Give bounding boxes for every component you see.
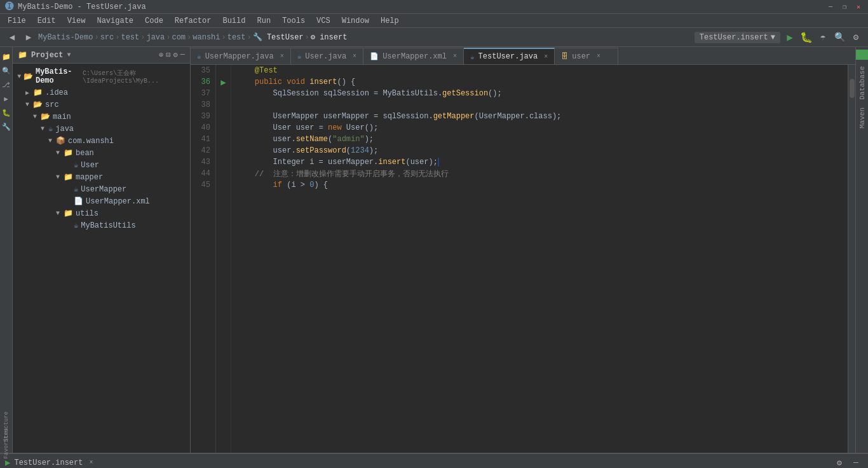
- line-numbers: 35 36 37 38 39 40 41 42 43 44 45: [191, 65, 216, 453]
- tab-label-db: user: [572, 52, 590, 61]
- tree-root[interactable]: ▼ 📂 MyBatis-Demo C:\Users\王会称\IdeaProjec…: [13, 66, 190, 86]
- tree-user-class[interactable]: ▶ ☕ User: [13, 159, 190, 171]
- code-area[interactable]: @Test public void insert() { SqlSession …: [231, 65, 848, 453]
- close-button[interactable]: ✕: [854, 3, 863, 11]
- tab-close-xml[interactable]: ×: [453, 53, 457, 60]
- tree-usermapper-class[interactable]: ▶ ☕ UserMapper: [13, 183, 190, 195]
- tab-usermapper-xml[interactable]: 📄 UserMapper.xml ×: [363, 48, 464, 64]
- menu-tools[interactable]: Tools: [277, 15, 310, 27]
- strip-icon-run[interactable]: ▶: [0, 92, 13, 106]
- tree-arrow-java: ▼: [41, 125, 48, 132]
- project-dropdown-icon[interactable]: ▼: [67, 52, 71, 59]
- debug-button[interactable]: 🐛: [799, 31, 813, 45]
- breadcrumb-method[interactable]: ⚙ insert: [311, 32, 348, 42]
- menu-navigate[interactable]: Navigate: [92, 15, 139, 27]
- menu-file[interactable]: File: [3, 15, 31, 27]
- code-line-45: if (i > 0) {: [236, 179, 843, 191]
- maven-panel-label[interactable]: Maven: [857, 104, 867, 132]
- maximize-button[interactable]: ❐: [840, 3, 849, 11]
- run-button[interactable]: ▶: [783, 31, 797, 45]
- menu-view[interactable]: View: [62, 15, 91, 27]
- editor-scrollbar[interactable]: [848, 65, 855, 453]
- tab-user-java[interactable]: ☕ User.java ×: [291, 48, 363, 64]
- breadcrumb-test[interactable]: test: [121, 33, 139, 42]
- breadcrumb-src[interactable]: src: [100, 33, 114, 42]
- menu-run[interactable]: Run: [252, 15, 276, 27]
- run-panel-tab-label[interactable]: TestUser.insert: [14, 458, 83, 467]
- run-panel-tab-close[interactable]: ×: [89, 459, 93, 466]
- database-panel-label[interactable]: Database: [857, 62, 867, 104]
- strip-icon-debug[interactable]: 🐛: [0, 106, 13, 120]
- line-36: 36: [191, 76, 215, 88]
- window-title: MyBatis-Demo - TestUser.java: [18, 3, 146, 11]
- bean-folder-icon: 📁: [64, 148, 73, 158]
- scrollbar-thumb[interactable]: [850, 79, 855, 98]
- settings-run-icon[interactable]: ⚙: [832, 456, 846, 469]
- menu-window[interactable]: Window: [337, 15, 374, 27]
- tree-main[interactable]: ▼ 📂 main: [13, 111, 190, 123]
- strip-icon-git[interactable]: ⎇: [0, 78, 13, 92]
- run-gutter-icon[interactable]: ▶: [220, 77, 226, 88]
- tree-idea[interactable]: ▶ 📁 .idea: [13, 86, 190, 99]
- strip-icon-tools[interactable]: 🔧: [0, 120, 13, 134]
- run-config-dropdown-icon[interactable]: ▼: [771, 33, 775, 42]
- menu-help[interactable]: Help: [376, 15, 404, 27]
- hide-icon[interactable]: —: [180, 50, 185, 60]
- tree-bean[interactable]: ▼ 📁 bean: [13, 147, 190, 159]
- menu-code[interactable]: Code: [140, 15, 168, 27]
- settings-button[interactable]: ⚙: [849, 31, 863, 45]
- pass-indicator: [856, 50, 868, 60]
- tab-usermapper-java[interactable]: ☕ UserMapper.java ×: [191, 48, 291, 64]
- tab-close-usermapper[interactable]: ×: [280, 53, 284, 60]
- strip-icon-2[interactable]: 🔍: [0, 64, 13, 78]
- tree-src[interactable]: ▼ 📂 src: [13, 99, 190, 111]
- tab-user-db[interactable]: 🗄 user ×: [555, 48, 618, 64]
- settings-icon[interactable]: ⚙: [173, 50, 178, 60]
- breadcrumb-com[interactable]: com: [172, 33, 186, 42]
- breadcrumb-testdir[interactable]: test: [227, 33, 246, 42]
- menu-vcs[interactable]: VCS: [311, 15, 336, 27]
- tab-icon-usermapper: ☕: [197, 52, 201, 60]
- back-button[interactable]: ◀: [5, 31, 19, 45]
- run-config-selector[interactable]: TestUser.insert ▼: [695, 32, 780, 43]
- breadcrumb-testuser[interactable]: 🔧 TestUser: [253, 32, 304, 42]
- app-icon: 🅘: [5, 2, 14, 12]
- menu-refactor[interactable]: Refactor: [170, 15, 217, 27]
- code-line-36: public void insert() {: [236, 76, 843, 88]
- tab-testuser-java[interactable]: ☕ TestUser.java ×: [464, 48, 555, 64]
- tree-mybatisutils-label: MyBatisUtils: [81, 221, 135, 230]
- run-config-label: TestUser.insert: [700, 33, 768, 42]
- breadcrumb-java[interactable]: java: [146, 33, 165, 42]
- title-bar: 🅘 MyBatis-Demo - TestUser.java — ❐ ✕: [0, 0, 868, 14]
- strip-icon-favorites[interactable]: Favorites: [0, 436, 13, 450]
- collapse-all-icon[interactable]: ⊟: [166, 50, 170, 60]
- coverage-button[interactable]: ☂: [816, 31, 830, 45]
- collapse-run-icon[interactable]: —: [849, 456, 863, 469]
- xml-icon: 📄: [74, 196, 83, 206]
- tree-utils[interactable]: ▼ 📁 utils: [13, 207, 190, 219]
- tab-close-user[interactable]: ×: [353, 53, 356, 60]
- search-button[interactable]: 🔍: [832, 31, 846, 45]
- editor-tabs: ☕ UserMapper.java × ☕ User.java × 📄 User…: [191, 47, 855, 65]
- locate-icon[interactable]: ⊕: [159, 50, 163, 60]
- tree-arrow-bean: ▼: [56, 149, 64, 156]
- tree-java[interactable]: ▼ ☕ java: [13, 123, 190, 135]
- tree-mapper[interactable]: ▼ 📁 mapper: [13, 171, 190, 183]
- tab-close-testuser[interactable]: ×: [544, 53, 548, 60]
- strip-icon-1[interactable]: 📁: [0, 50, 13, 64]
- menu-build[interactable]: Build: [217, 15, 250, 27]
- tab-close-db[interactable]: ×: [597, 53, 600, 60]
- menu-edit[interactable]: Edit: [32, 15, 61, 27]
- editor-content[interactable]: 35 36 37 38 39 40 41 42 43 44 45 ▶: [191, 65, 855, 453]
- breadcrumb-wanshi[interactable]: wanshi: [193, 33, 220, 42]
- tree-com-wanshi[interactable]: ▼ 📦 com.wanshi: [13, 135, 190, 147]
- editor-area: ☕ UserMapper.java × ☕ User.java × 📄 User…: [191, 47, 855, 453]
- tree-usermapper-xml[interactable]: ▶ 📄 UserMapper.xml: [13, 195, 190, 207]
- line-39: 39: [191, 111, 215, 122]
- minimize-button[interactable]: —: [826, 3, 835, 11]
- tree-mybatisutils[interactable]: ▶ ☕ MyBatisUtils: [13, 219, 190, 231]
- forward-button[interactable]: ▶: [22, 31, 36, 45]
- mapper-folder-icon: 📁: [64, 172, 73, 182]
- gutter: ▶: [216, 65, 231, 453]
- breadcrumb-project[interactable]: MyBatis-Demo: [38, 33, 93, 42]
